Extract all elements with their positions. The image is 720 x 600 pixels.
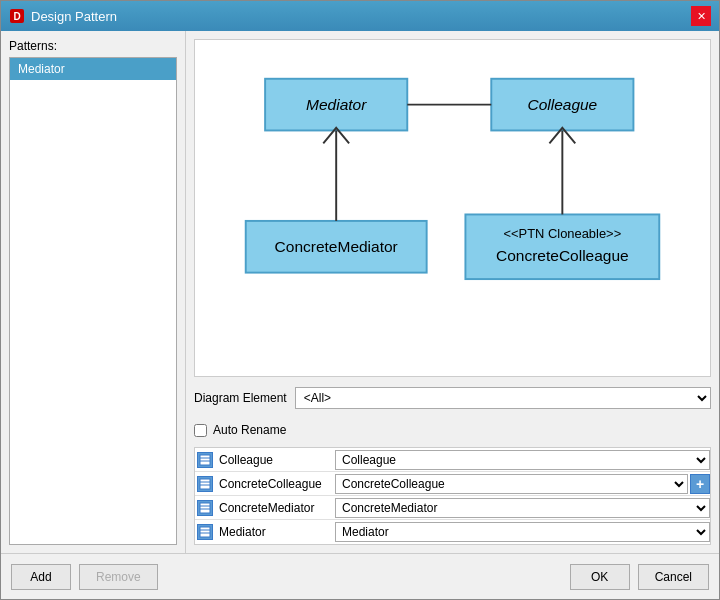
left-panel: Patterns: Mediator bbox=[1, 31, 186, 553]
diagram-element-select[interactable]: <All> Mediator Colleague ConcreteMediato… bbox=[295, 387, 711, 409]
close-button[interactable]: ✕ bbox=[691, 6, 711, 26]
title-bar-left: D Design Pattern bbox=[9, 8, 117, 24]
svg-rect-2 bbox=[200, 455, 210, 465]
bottom-bar: Add Remove OK Cancel bbox=[1, 553, 719, 599]
main-window: D Design Pattern ✕ Patterns: Mediator Me… bbox=[0, 0, 720, 600]
svg-rect-5 bbox=[200, 479, 210, 489]
pattern-item-mediator[interactable]: Mediator bbox=[10, 58, 176, 80]
concrete-colleague-stereotype: <<PTN Cloneable>> bbox=[504, 226, 622, 241]
app-icon: D bbox=[9, 8, 25, 24]
concrete-mediator-label: ConcreteMediator bbox=[275, 238, 398, 255]
diagram-svg: Mediator Colleague ConcreteMediator <<PT… bbox=[195, 40, 710, 376]
add-button[interactable]: Add bbox=[11, 564, 71, 590]
concrete-colleague-value-container: ConcreteColleague + bbox=[335, 474, 710, 494]
table-row: Colleague Colleague bbox=[195, 448, 710, 472]
svg-rect-8 bbox=[200, 503, 210, 513]
plus-button[interactable]: + bbox=[690, 474, 710, 494]
concrete-mediator-row-name: ConcreteMediator bbox=[215, 501, 335, 515]
concrete-colleague-label: ConcreteColleague bbox=[496, 247, 629, 264]
mediator-select[interactable]: Mediator bbox=[335, 522, 710, 542]
right-panel: Mediator Colleague ConcreteMediator <<PT… bbox=[186, 31, 719, 553]
concrete-mediator-select[interactable]: ConcreteMediator bbox=[335, 498, 710, 518]
concrete-colleague-select[interactable]: ConcreteColleague bbox=[335, 474, 688, 494]
table-icon-0 bbox=[197, 452, 213, 468]
mediator-row-name: Mediator bbox=[215, 525, 335, 539]
auto-rename-checkbox[interactable] bbox=[194, 424, 207, 437]
concrete-mediator-icon bbox=[195, 496, 215, 520]
mediator-row-icon bbox=[195, 520, 215, 544]
colleague-icon bbox=[195, 448, 215, 472]
colleague-value-container: Colleague bbox=[335, 450, 710, 470]
table-row: Mediator Mediator bbox=[195, 520, 710, 544]
auto-rename-label: Auto Rename bbox=[213, 423, 286, 437]
table-icon-1 bbox=[197, 476, 213, 492]
colleague-label: Colleague bbox=[527, 96, 597, 113]
title-bar: D Design Pattern ✕ bbox=[1, 1, 719, 31]
mediator-value-container: Mediator bbox=[335, 522, 710, 542]
remove-button[interactable]: Remove bbox=[79, 564, 158, 590]
table-icon-2 bbox=[197, 500, 213, 516]
patterns-label: Patterns: bbox=[9, 39, 177, 53]
table-row: ConcreteMediator ConcreteMediator bbox=[195, 496, 710, 520]
concrete-colleague-row-name: ConcreteColleague bbox=[215, 477, 335, 491]
svg-text:D: D bbox=[13, 11, 20, 22]
diagram-element-row: Diagram Element <All> Mediator Colleague… bbox=[194, 383, 711, 413]
colleague-row-name: Colleague bbox=[215, 453, 335, 467]
colleague-select[interactable]: Colleague bbox=[335, 450, 710, 470]
auto-rename-row: Auto Rename bbox=[194, 419, 711, 441]
cancel-button[interactable]: Cancel bbox=[638, 564, 709, 590]
element-table: Colleague Colleague ConcreteColleague bbox=[194, 447, 711, 545]
ok-button[interactable]: OK bbox=[570, 564, 630, 590]
table-row: ConcreteColleague ConcreteColleague + bbox=[195, 472, 710, 496]
concrete-colleague-icon bbox=[195, 472, 215, 496]
concrete-mediator-value-container: ConcreteMediator bbox=[335, 498, 710, 518]
bottom-right: OK Cancel bbox=[570, 564, 709, 590]
mediator-label: Mediator bbox=[306, 96, 367, 113]
table-icon-3 bbox=[197, 524, 213, 540]
main-content: Patterns: Mediator Mediator Colleague Co… bbox=[1, 31, 719, 553]
window-title: Design Pattern bbox=[31, 9, 117, 24]
svg-rect-11 bbox=[200, 527, 210, 537]
diagram-area: Mediator Colleague ConcreteMediator <<PT… bbox=[194, 39, 711, 377]
diagram-element-label: Diagram Element bbox=[194, 391, 287, 405]
patterns-list: Mediator bbox=[9, 57, 177, 545]
bottom-left: Add Remove bbox=[11, 564, 158, 590]
